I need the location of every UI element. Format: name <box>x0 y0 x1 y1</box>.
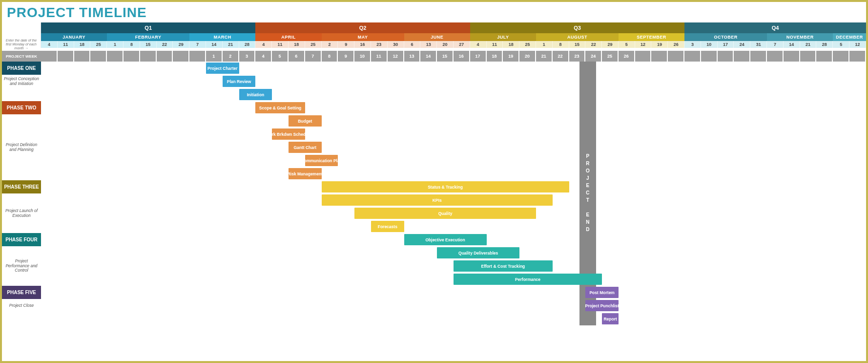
project-week-cell <box>140 51 157 62</box>
gantt-bar[interactable]: Forecasts <box>371 221 404 232</box>
day-header[interactable]: 14 <box>784 41 800 48</box>
day-header[interactable]: 1 <box>536 41 553 48</box>
gantt-bar[interactable]: Project Punchlist <box>585 300 619 311</box>
day-header[interactable]: 14 <box>206 41 223 48</box>
project-week-cell <box>41 51 58 62</box>
phase-desc: Project Conception and Initiation <box>2 75 41 88</box>
corner-note-cell: Enter the date of the first Monday of ea… <box>2 41 41 48</box>
day-header[interactable]: 24 <box>734 41 750 48</box>
day-header[interactable]: 3 <box>684 41 701 48</box>
gantt-bar[interactable]: Status & Tracking <box>322 181 569 192</box>
gantt-bar[interactable]: Post Mortem <box>585 287 619 298</box>
gantt-bar[interactable]: Risk Management <box>289 168 322 179</box>
gantt-bar[interactable]: KPIs <box>322 194 553 206</box>
day-header[interactable]: 12 <box>635 41 652 48</box>
gantt-bar[interactable]: Work Brkdwn Schedule <box>272 128 305 140</box>
day-header[interactable]: 4 <box>470 41 487 48</box>
day-header[interactable]: 28 <box>239 41 256 48</box>
day-header[interactable]: 29 <box>173 41 189 48</box>
day-header[interactable]: 11 <box>58 41 74 48</box>
day-header[interactable]: 17 <box>718 41 734 48</box>
track: Report <box>41 312 866 325</box>
day-header[interactable]: 5 <box>619 41 635 48</box>
month-header: DECEMBER <box>833 33 866 41</box>
day-header[interactable]: 25 <box>519 41 536 48</box>
project-week-cell <box>635 51 652 62</box>
day-header[interactable]: 8 <box>124 41 140 48</box>
day-header[interactable]: 18 <box>503 41 519 48</box>
day-header[interactable]: 25 <box>305 41 322 48</box>
phase-desc <box>2 312 41 325</box>
day-header[interactable]: 1 <box>107 41 124 48</box>
gantt-bar[interactable]: Communication Plan <box>305 155 338 166</box>
gantt-bar[interactable]: Performance <box>454 274 602 285</box>
day-header[interactable]: 15 <box>569 41 586 48</box>
track: Scope & Goal Setting <box>41 101 866 114</box>
day-header[interactable]: 13 <box>420 41 437 48</box>
project-week-label: PROJECT WEEK <box>2 51 41 62</box>
gantt-bar[interactable]: Initiation <box>239 89 272 100</box>
day-header[interactable]: 7 <box>767 41 784 48</box>
day-header[interactable]: 29 <box>602 41 619 48</box>
day-header[interactable]: 10 <box>701 41 718 48</box>
day-header[interactable]: 11 <box>487 41 503 48</box>
day-header[interactable]: 26 <box>668 41 684 48</box>
day-header[interactable]: 21 <box>223 41 239 48</box>
day-header[interactable]: 30 <box>388 41 404 48</box>
day-header[interactable]: 19 <box>651 41 668 48</box>
track: Forecasts <box>41 220 866 233</box>
day-header[interactable]: 2 <box>322 41 338 48</box>
day-header[interactable]: 9 <box>338 41 354 48</box>
month-header: JANUARY <box>41 33 107 41</box>
day-header[interactable]: 5 <box>833 41 849 48</box>
day-header[interactable]: 22 <box>585 41 602 48</box>
project-week-cell <box>833 51 849 62</box>
day-header[interactable]: 11 <box>272 41 289 48</box>
day-header[interactable]: 31 <box>750 41 767 48</box>
day-header[interactable]: 16 <box>354 41 371 48</box>
day-header[interactable]: 7 <box>189 41 206 48</box>
month-header: MAY <box>322 33 404 41</box>
project-week-cell: 6 <box>289 51 305 62</box>
month-header: SEPTEMBER <box>619 33 684 41</box>
project-week-cell: 4 <box>255 51 272 62</box>
track: Gantt Chart <box>41 141 866 154</box>
day-header[interactable]: 18 <box>289 41 305 48</box>
track: Performance <box>41 273 866 286</box>
gantt-bar[interactable]: Report <box>602 313 619 324</box>
day-header[interactable]: 22 <box>157 41 173 48</box>
gantt-bar[interactable]: Project Charter <box>206 63 239 74</box>
gantt-bar[interactable]: Quality <box>354 208 536 219</box>
day-header[interactable]: 23 <box>371 41 388 48</box>
day-header[interactable]: 8 <box>553 41 569 48</box>
gantt-bar[interactable]: Effort & Cost Tracking <box>454 260 553 272</box>
day-header[interactable]: 21 <box>800 41 817 48</box>
gantt-bar[interactable]: Quality Deliverables <box>437 247 519 258</box>
quarter-header: Q1 <box>41 22 255 33</box>
gantt-bar[interactable]: Budget <box>289 115 322 127</box>
track: Quality Deliverables <box>41 246 866 259</box>
project-week-cell <box>750 51 767 62</box>
day-header[interactable]: 4 <box>41 41 58 48</box>
track: Project Punchlist <box>41 299 866 312</box>
day-header[interactable]: 18 <box>74 41 91 48</box>
gantt-bar[interactable]: Scope & Goal Setting <box>255 102 305 113</box>
project-week-cell: 16 <box>454 51 470 62</box>
day-header[interactable]: 6 <box>404 41 421 48</box>
day-header[interactable]: 27 <box>454 41 470 48</box>
day-header[interactable]: 28 <box>816 41 833 48</box>
day-header[interactable]: 12 <box>849 41 866 48</box>
project-week-cell <box>849 51 866 62</box>
gantt-bar[interactable]: Objective Execution <box>404 234 487 245</box>
day-header[interactable]: 25 <box>90 41 107 48</box>
quarter-header: Q2 <box>255 22 470 33</box>
gantt-bar[interactable]: Plan Review <box>223 76 256 87</box>
track: Communication Plan <box>41 154 866 167</box>
corner-note <box>2 22 41 33</box>
gantt-bar[interactable]: Gantt Chart <box>289 142 322 153</box>
app-frame: PROJECT TIMELINE Q1Q2Q3Q4JANUARYFEBRUARY… <box>0 0 868 363</box>
day-header[interactable]: 20 <box>437 41 454 48</box>
day-header[interactable]: 4 <box>255 41 272 48</box>
day-header[interactable]: 15 <box>140 41 157 48</box>
project-week-cell: 22 <box>553 51 569 62</box>
